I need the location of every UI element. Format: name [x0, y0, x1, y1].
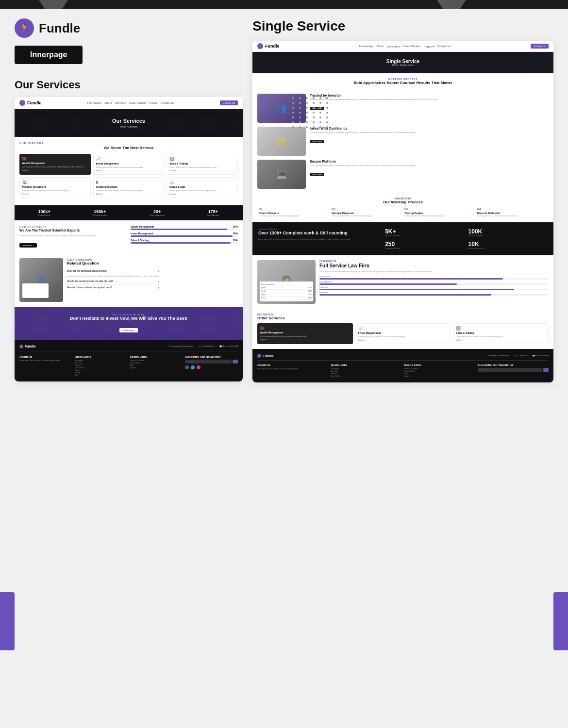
- list-item: 5K+ Satisfied Customers: [385, 228, 464, 237]
- mini-cta: GET IN TOUCH WITH US Don't Hesitate to I…: [15, 307, 243, 340]
- mini-nav-links: Homepage About Services Case Studies Pag…: [87, 101, 174, 104]
- right-other-services: OUR SERVICES Other Services 💼 Wealth Man…: [252, 309, 553, 349]
- list-item: 150k+ Project Complete: [93, 209, 108, 216]
- list-item: How do I have to submit the required doc…: [67, 285, 160, 291]
- list-item: 10K Years of experience: [468, 241, 548, 249]
- list-item: 💼 Wealth Management Lorem ipsum dolor si…: [257, 323, 353, 344]
- mini-expertise: OUR SPECIALITY We Are The Trusted Scient…: [15, 220, 243, 253]
- list-item: Real Estate: [319, 292, 549, 296]
- list-item: 20+ Years Experience: [150, 209, 165, 216]
- right-process-section: HOW WE WORK Our Working Process 01 Clien…: [252, 193, 553, 222]
- left-panel: 🏃 Fundle Innerpage Our Services 🏃 Fundle…: [15, 18, 252, 382]
- mini-nav: 🏃 Fundle Homepage About Services Case St…: [15, 97, 243, 109]
- list-item: 100k+ Happy Clients: [38, 209, 50, 216]
- case-study-image: 👩‍💼 Recent Transaction Fiyamo$111 Fundle…: [257, 260, 316, 304]
- right-service-item: 💻 Secure Platform Lorem ipsum dolor sit …: [252, 160, 553, 189]
- list-item: ₿ Crypto Investment Lorem ipsum dolor si…: [93, 177, 165, 198]
- right-working-section: WORKING PROCESS Bold Approaches Expert C…: [252, 73, 553, 94]
- right-panel: Single Service 🏃 Fundle Homepage About S…: [252, 18, 553, 382]
- mini-footer: 🏃 Fundle 📍 Roseway City Town Rd 48 📞 503…: [15, 340, 243, 381]
- our-services-label: Our Services: [15, 79, 243, 91]
- list-item: 01 Clients Projects Lorem ipsum dolor si…: [257, 207, 330, 217]
- single-service-preview-card: 🏃 Fundle Homepage About Services ▾ Case …: [252, 41, 553, 382]
- mini-cards-grid: 💼 Wealth Management Lorem ipsum dolor si…: [19, 154, 238, 198]
- right-service-image: 👴: [257, 127, 306, 156]
- mini-services-section: OUR SERVICES We Serve The Best Service 💼…: [15, 137, 243, 205]
- single-service-title: Single Service: [252, 18, 553, 34]
- right-service-image: 💻: [257, 160, 306, 189]
- innerpage-badge: Innerpage: [15, 46, 83, 64]
- dots-pattern: for(let i=0;i<42;i++) document.write('<d…: [292, 97, 330, 128]
- list-item: 🔢 Sales & Trading Lorem ipsum dolor sit …: [167, 154, 238, 175]
- list-item: How is the transfer process to take the …: [67, 279, 160, 285]
- list-item: Family Law: [319, 286, 549, 290]
- list-item: 02 General Proposal Lorem ipsum dolor si…: [330, 207, 403, 217]
- list-item: 03 Testing Begins Lorem ipsum dolor sit …: [403, 207, 476, 217]
- list-item: What are the admission requirements? ▲: [67, 268, 160, 274]
- brand-icon: 🏃: [15, 18, 34, 38]
- right-stats-bar: ACHIEVEMENT Over 1300+ Complete work & S…: [252, 222, 553, 255]
- brand-header: 🏃 Fundle: [15, 18, 243, 38]
- right-mini-nav: 🏃 Fundle Homepage About Services ▾ Case …: [252, 41, 553, 52]
- purple-accent-left: [0, 592, 15, 650]
- mini-hero: Our Services Home / Services: [15, 109, 243, 137]
- list-item: 04 Reports Delivered Lorem ipsum dolor s…: [476, 207, 549, 217]
- mini-faq: 👤 CLIENTS QUESTIONS Related Question Wha…: [15, 253, 243, 307]
- list-item: 📈 Invest Management Lorem ipsum dolor si…: [355, 323, 451, 344]
- list-item: Criminal Defense: [319, 281, 549, 285]
- list-item: Corporate Law: [319, 276, 549, 280]
- list-item: Invest Management 95%: [131, 232, 238, 237]
- brand-name: Fundle: [39, 21, 80, 36]
- right-service-item: 👴 Invest With Confidence Lorem ipsum dol…: [252, 127, 553, 156]
- list-item: 🔢 Sales & Trading Lorem ipsum dolor sit …: [453, 323, 549, 344]
- mini-logo: 🏃 Fundle: [19, 100, 42, 106]
- right-footer: 🏃 Fundle 📍 Roseway City Town Rd 48 📞 503…: [252, 349, 553, 382]
- list-item: 175+ Team Member: [207, 209, 219, 216]
- list-item: Wealth Management 90%: [131, 225, 238, 230]
- mini-services-tag: OUR SERVICES: [19, 142, 238, 145]
- list-item: 🏠 Property Investment Lorem ipsum dolor …: [19, 177, 91, 198]
- purple-accent-right: [553, 592, 568, 650]
- right-case-study: 👩‍💼 Recent Transaction Fiyamo$111 Fundle…: [252, 255, 553, 309]
- list-item: 250 Professional Worker: [385, 241, 464, 249]
- top-bar: [0, 0, 568, 9]
- right-hero: Single Service Home / Single service: [252, 52, 553, 73]
- faq-image: 👤: [19, 258, 63, 302]
- mini-logo-icon: 🏃: [19, 100, 25, 106]
- mini-stats-bar: 100k+ Happy Clients 150k+ Project Comple…: [15, 205, 243, 220]
- list-item: 📈 Invest Management Lorem ipsum dolor si…: [93, 154, 165, 175]
- list-item: Sales & Trading 93%: [131, 239, 238, 244]
- our-services-preview-card: 🏃 Fundle Homepage About Services Case St…: [15, 97, 243, 381]
- list-item: 📊 Mutual Funds Lorem ipsum dolor sit ame…: [167, 177, 238, 198]
- list-item: 💼 Wealth Management Lorem ipsum dolor si…: [19, 154, 91, 175]
- mini-services-title: We Serve The Best Service: [19, 146, 238, 150]
- mini-contact-btn: Contact Us: [220, 100, 238, 105]
- list-item: 100K Successful projects: [468, 228, 548, 237]
